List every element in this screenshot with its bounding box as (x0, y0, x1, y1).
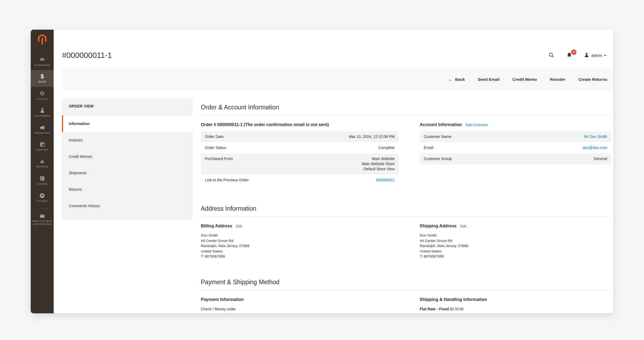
dashboard-icon (39, 56, 46, 63)
chevron-down-icon (604, 55, 606, 56)
table-row: Link to the Previous Order 000000011 (201, 175, 399, 186)
customer-email-link[interactable]: don@don.com (583, 145, 607, 150)
sidebar-item-label: CATALOG (36, 98, 48, 101)
create-returns-button[interactable]: Create Returns (578, 77, 607, 82)
section-title-payment-shipping: Payment & Shipping Method (201, 279, 611, 290)
reorder-button[interactable]: Reorder (550, 77, 566, 82)
account-info-table: Customer Name Mr Don Smith Email don@don… (420, 131, 611, 164)
table-row: Customer Group General (420, 153, 611, 164)
sidebar-item-catalog[interactable]: CATALOG (31, 87, 54, 104)
reports-icon (39, 158, 45, 164)
billing-address-heading: Billing Address (201, 224, 232, 228)
order-view-items: Information Invoices Credit Memos Shipme… (62, 115, 193, 214)
shipping-handling-heading: Shipping & Handling Information (420, 297, 487, 302)
sidebar-item-label: MARKETING (35, 132, 50, 135)
billing-address: Don Smith 44 Center Grove Rd Randolph, N… (201, 233, 399, 259)
table-row: Order Date Mar 13, 2024, 12:22:06 PM (201, 131, 399, 142)
customer-group-value: General (506, 156, 607, 161)
sidebar-item-label: CUSTOMERS (34, 115, 50, 117)
section-title-address: Address Information (201, 205, 611, 217)
sidebar-divider (36, 208, 49, 208)
sidebar-item-label: SALES (38, 80, 46, 83)
order-view-item-credit-memos[interactable]: Credit Memos (62, 148, 193, 165)
credit-memo-button[interactable]: Credit Memo (512, 77, 537, 82)
order-heading: Order # 000000011-1 (The order confirmat… (201, 122, 329, 127)
order-view-item-returns[interactable]: Returns (62, 181, 193, 197)
shipping-amount: $170.00 (450, 307, 464, 311)
admin-user-menu[interactable]: admin (584, 53, 606, 58)
admin-window: DASHBOARD $ SALES CATALOG (31, 30, 613, 313)
sidebar-item-find-partners[interactable]: FIND PARTNERS & EXTENSIONS (31, 210, 54, 229)
header-actions: 39 admin (548, 52, 606, 58)
shipping-address-heading: Shipping Address (420, 224, 456, 228)
order-content: Order & Account Information Order # 0000… (201, 99, 611, 313)
sidebar-item-content[interactable]: CONTENT (31, 138, 54, 155)
edit-billing-address-link[interactable]: Edit (236, 224, 242, 228)
notifications-bell-icon[interactable]: 39 (566, 52, 573, 58)
sidebar-item-label: CONTENT (36, 148, 49, 151)
search-icon[interactable] (548, 52, 555, 58)
customer-name-link[interactable]: Mr Don Smith (584, 134, 607, 139)
shipping-address: Don Smith 44 Center Grove Rd Randolph, N… (420, 233, 611, 259)
payment-method: Check / Money order (201, 307, 399, 311)
sidebar-item-stores[interactable]: STORES (31, 172, 54, 189)
payment-info-heading: Payment Information (201, 297, 244, 302)
sidebar-item-label: SYSTEM (37, 200, 47, 203)
order-view-panel: ORDER VIEW Information Invoices Credit M… (62, 99, 193, 220)
send-email-button[interactable]: Send Email (478, 77, 500, 82)
order-date-value: Mar 13, 2024, 12:22:06 PM (290, 134, 395, 139)
table-row: Purchased From Main Website Main Website… (201, 153, 399, 175)
sidebar-item-dashboard[interactable]: DASHBOARD (31, 53, 54, 70)
order-status-value: Complete (290, 145, 395, 150)
page-title: #000000011-1 (62, 51, 112, 60)
sidebar-divider (36, 50, 49, 50)
sidebar-item-label: FIND PARTNERS & EXTENSIONS (32, 220, 53, 226)
page-header: #000000011-1 39 (62, 46, 606, 65)
main-area: #000000011-1 39 (54, 30, 613, 313)
user-icon (584, 53, 589, 58)
sidebar-item-reports[interactable]: REPORTS (31, 155, 54, 172)
order-view-item-information[interactable]: Information (62, 115, 193, 132)
section-title-order-account: Order & Account Information (201, 104, 611, 115)
sidebar: DASHBOARD $ SALES CATALOG (31, 30, 54, 313)
customers-icon (40, 107, 45, 113)
notifications-count-badge: 39 (571, 50, 576, 55)
sidebar-item-system[interactable]: SYSTEM (31, 189, 54, 206)
previous-order-link[interactable]: 000000011 (376, 178, 395, 182)
table-row: Email don@don.com (420, 142, 611, 153)
sidebar-item-label: REPORTS (36, 165, 48, 168)
content-icon (39, 141, 45, 147)
order-view-item-comments-history[interactable]: Comments History (62, 197, 193, 214)
order-view-item-shipments[interactable]: Shipments (62, 165, 193, 181)
system-icon (39, 192, 45, 199)
order-info-table: Order Date Mar 13, 2024, 12:22:06 PM Ord… (201, 131, 399, 186)
marketing-icon (39, 124, 45, 131)
stores-icon (39, 175, 45, 182)
sales-icon: $ (40, 74, 44, 79)
table-row: Customer Name Mr Don Smith (420, 131, 611, 142)
table-row: Order Status Complete (201, 142, 399, 153)
catalog-icon (39, 91, 45, 97)
sidebar-item-marketing[interactable]: MARKETING (31, 121, 54, 138)
edit-shipping-address-link[interactable]: Edit (460, 224, 466, 228)
sidebar-item-label: STORES (37, 183, 47, 186)
back-arrow-icon: ← (448, 77, 453, 82)
shipping-method: Flat Rate - Fixed $170.00 (420, 307, 611, 311)
order-view-item-invoices[interactable]: Invoices (62, 132, 193, 148)
order-view-title: ORDER VIEW (62, 99, 193, 114)
sidebar-item-label: DASHBOARD (34, 64, 50, 67)
sidebar-menu: DASHBOARD $ SALES CATALOG (31, 53, 54, 206)
account-info-heading: Account Information (420, 122, 462, 127)
back-button[interactable]: ← Back (448, 77, 465, 82)
user-name: admin (591, 53, 602, 58)
sidebar-item-sales[interactable]: $ SALES (31, 70, 54, 87)
action-toolbar: ← Back Send Email Credit Memo Reorder Cr… (62, 68, 613, 91)
extensions-icon (39, 213, 46, 219)
purchased-from-value: Main Website Main Website Store Default … (290, 156, 395, 172)
sidebar-item-customers[interactable]: CUSTOMERS (31, 104, 54, 121)
edit-customer-link[interactable]: Edit Customer (466, 123, 488, 127)
magento-logo-icon[interactable] (37, 34, 47, 46)
